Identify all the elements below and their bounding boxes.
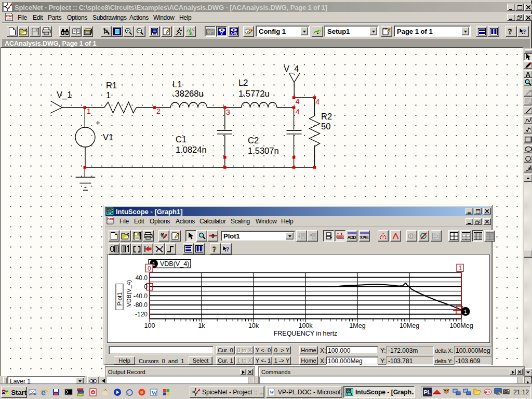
svg-text:GRF: GRF (108, 218, 114, 221)
svg-text:100k: 100k (298, 322, 313, 329)
svg-text:0: 0 (144, 283, 148, 290)
svg-text:10Meg: 10Meg (400, 322, 419, 329)
svg-text:4: 4 (296, 97, 300, 105)
svg-text:L1: L1 (172, 79, 182, 89)
svg-text:FREQUENCY in hertz: FREQUENCY in hertz (274, 329, 338, 337)
svg-text:C2: C2 (248, 136, 259, 145)
svg-text:1: 1 (459, 264, 462, 272)
svg-text:2: 2 (156, 107, 161, 115)
svg-text:V: V (220, 32, 223, 35)
svg-text:.38268u: .38268u (172, 89, 204, 98)
svg-text:4: 4 (315, 98, 320, 106)
svg-text:1.5772u: 1.5772u (238, 89, 270, 98)
svg-text:W: W (270, 390, 274, 395)
svg-text:L2: L2 (238, 78, 248, 87)
svg-text:V1: V1 (103, 132, 113, 142)
svg-text:-120: -120 (135, 310, 148, 317)
svg-text:ADD: ADD (348, 234, 356, 240)
svg-text:DWG: DWG (6, 15, 13, 18)
svg-text:1.0824n: 1.0824n (176, 145, 207, 154)
svg-text:?: ? (508, 28, 512, 35)
svg-text:A: A (526, 71, 531, 77)
svg-text:+: + (96, 118, 100, 127)
svg-text:A: A (230, 32, 233, 35)
svg-text:10k: 10k (248, 322, 259, 329)
svg-text:R1: R1 (106, 81, 117, 90)
svg-text:W: W (234, 32, 237, 35)
svg-text:50: 50 (321, 122, 330, 131)
svg-text:-40.0: -40.0 (134, 292, 148, 299)
svg-text:-80.0: -80.0 (134, 301, 148, 309)
svg-text:SCALE: SCALE (360, 235, 369, 240)
svg-text:1k: 1k (198, 322, 205, 329)
svg-text:W: W (152, 390, 157, 396)
svg-text:4: 4 (296, 108, 300, 116)
svg-text:1.5307n: 1.5307n (248, 146, 279, 155)
svg-text:C1: C1 (176, 135, 187, 144)
svg-text:0: 0 (148, 264, 151, 272)
svg-text:V_4: V_4 (284, 64, 299, 74)
svg-text:1: 1 (464, 308, 467, 314)
svg-text:100Meg: 100Meg (449, 322, 473, 329)
svg-text:1Meg: 1Meg (349, 322, 365, 329)
svg-text:100: 100 (144, 322, 155, 329)
svg-text:VDB(V_4): VDB(V_4) (126, 280, 132, 307)
svg-text:ATI: ATI (485, 390, 490, 394)
svg-text:VDB(V_4): VDB(V_4) (160, 260, 189, 268)
svg-text:?: ? (212, 245, 217, 253)
svg-text:1: 1 (87, 107, 91, 115)
svg-text:Plot1: Plot1 (116, 292, 123, 305)
svg-text:1: 1 (106, 90, 111, 100)
svg-text:3: 3 (226, 108, 230, 116)
svg-text:R2: R2 (321, 112, 332, 121)
svg-text:e: e (41, 388, 46, 396)
svg-text:V_1: V_1 (57, 90, 72, 100)
svg-text:5.0: 5.0 (208, 32, 211, 34)
svg-text:0: 0 (211, 233, 215, 239)
svg-text:40.0: 40.0 (136, 274, 148, 281)
